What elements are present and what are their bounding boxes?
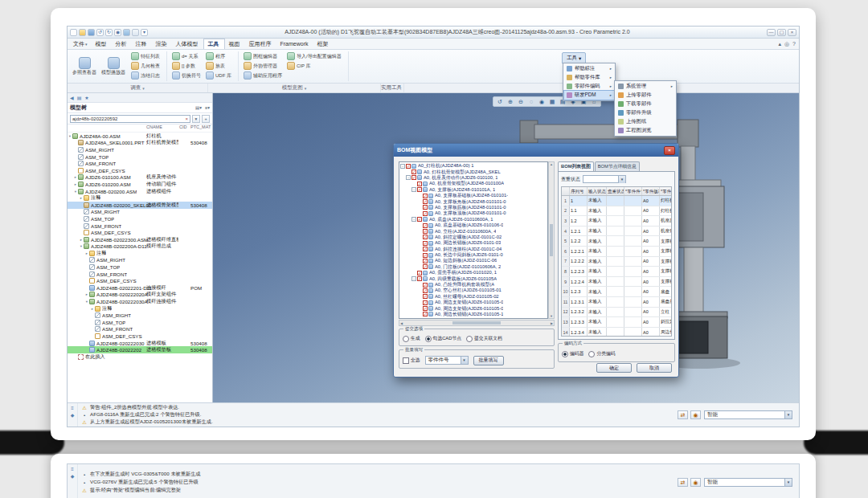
checked-checkbox-icon[interactable]: [423, 199, 428, 204]
checked-checkbox-icon[interactable]: [423, 288, 428, 293]
ribbon-group-label[interactable]: 模型意图 ▾: [208, 84, 381, 92]
table-header-cell[interactable]: *零件版本: [642, 187, 660, 195]
ribbon-button[interactable]: 族表: [204, 61, 233, 71]
ribbon-group-label[interactable]: 调查 ▾: [68, 84, 208, 92]
table-header-cell[interactable]: 输入状态: [588, 187, 607, 195]
ribbon-tab[interactable]: 应用程序: [245, 39, 276, 49]
menu-item[interactable]: 帮助标注 ▸: [564, 64, 614, 73]
tree-row[interactable]: ASM_DEF_CSYS: [68, 167, 212, 174]
search-input[interactable]: [72, 116, 183, 121]
tree-row[interactable]: ASM_RIGHT: [68, 312, 212, 319]
radio-option[interactable]: 分类编码: [588, 350, 615, 357]
ribbon-button[interactable]: 辅助应用程序: [242, 71, 284, 80]
submenu-item[interactable]: 下载零部件: [616, 100, 675, 108]
ribbon-tab[interactable]: 人体模型: [172, 39, 203, 49]
dialog-tab[interactable]: BOM列表视图: [558, 161, 594, 171]
submenu-item[interactable]: 上传零部件: [616, 91, 675, 100]
tree-row[interactable]: ▸ AJDZ6-010200.ASM 传动箱门组件: [68, 181, 212, 188]
selection-filter-combo[interactable]: 智能 ▼: [704, 478, 792, 487]
table-header-cell[interactable]: [562, 187, 570, 195]
tree-row[interactable]: ▾ AJDZ48B-020200.ASM 进格模组件: [68, 188, 212, 195]
tree-row[interactable]: AJDZ48B-020200_SKEL0001 进格模骨架模型 530408: [68, 202, 212, 209]
prev-next-icon[interactable]: ⇄: [678, 478, 688, 487]
menu-item[interactable]: 帮助零件库 ▸: [564, 73, 614, 82]
checked-checkbox-icon[interactable]: [423, 253, 428, 258]
tree-row[interactable]: ASM_FRONT: [68, 222, 212, 230]
nav-back-icon[interactable]: ◀: [70, 95, 74, 100]
duplicate-status-combo[interactable]: ▼: [583, 175, 626, 183]
ribbon-tab[interactable]: 工具: [203, 39, 225, 49]
table-header-cell[interactable]: 查重状态: [607, 187, 624, 195]
checked-checkbox-icon[interactable]: [423, 235, 428, 239]
scroll-up-icon[interactable]: ▲: [550, 162, 553, 166]
new-file-icon[interactable]: [70, 29, 77, 36]
expand-collapse-icon[interactable]: -: [400, 164, 405, 169]
ribbon-button[interactable]: 图框编辑器: [242, 51, 284, 61]
机座骨架模型[interactable]: 4 1.2.1 未输入 A0 机座骨架模型 AJDZ4: [562, 227, 671, 237]
menu-item[interactable]: 零部件编码 ▸: [564, 82, 614, 91]
tree-row[interactable]: ASM_RIGHT: [68, 146, 212, 153]
ribbon-tab[interactable]: 模型: [92, 39, 112, 49]
zoom-in-icon[interactable]: ⊕: [506, 98, 515, 105]
tree-row[interactable]: ASM_TOP: [68, 215, 212, 222]
tree-row[interactable]: ASM_FRONT: [68, 271, 212, 278]
redo-icon[interactable]: ↻: [105, 29, 113, 36]
支撑板角板[interactable]: 7 1.2.2.2 未输入 A0 支撑板角板 AJDZ4: [562, 257, 671, 267]
mail-icon[interactable]: [132, 29, 139, 36]
find-icon[interactable]: ◉: [690, 478, 701, 487]
clear-search-icon[interactable]: ×: [185, 116, 188, 121]
ribbon-button[interactable]: [] 参数: [170, 61, 203, 71]
tree-row[interactable]: 在此插入: [68, 353, 212, 361]
斜拉定螺板[interactable]: 13 1.2.3.3 未输入 A0 斜拉定螺板 AJDZ-C: [562, 317, 671, 328]
底盘基础板[interactable]: 11 1.2.3.1 未输入 A0 底盘基础板 AJDZ6-: [562, 297, 671, 308]
radio-option[interactable]: 生成: [403, 335, 420, 342]
ribbon-button[interactable]: CIP 库: [285, 61, 343, 71]
checked-checkbox-icon[interactable]: [417, 217, 422, 222]
tree-horizontal-scrollbar[interactable]: ◀▶: [399, 320, 555, 326]
ribbon-tab[interactable]: 文件 ▾: [69, 39, 92, 49]
minimize-button[interactable]: —: [767, 29, 776, 36]
scrollbar-thumb[interactable]: [452, 321, 501, 325]
tree-settings-icon[interactable]: ▤▾: [195, 105, 202, 110]
message-log-icon[interactable]: ≡: [71, 467, 74, 471]
scroll-down-icon[interactable]: ▼: [550, 314, 553, 318]
tree-row[interactable]: ▸ AJDZ48B-02022300.ASM 进格模纤维直板: [68, 236, 212, 243]
ribbon-tab[interactable]: 注释: [132, 39, 152, 49]
checked-checkbox-icon[interactable]: [423, 264, 428, 269]
expand-collapse-icon[interactable]: -: [406, 175, 411, 180]
scroll-left-icon[interactable]: ◀: [400, 321, 403, 325]
find-icon[interactable]: ◉: [690, 410, 701, 419]
checked-checkbox-icon[interactable]: [423, 205, 428, 210]
command-search-icon[interactable]: ◎: [784, 41, 789, 47]
tree-row[interactable]: ASM_DEF_CSYS: [68, 229, 212, 236]
dialog-tab[interactable]: BOM节点详细信息: [595, 161, 640, 171]
cancel-button[interactable]: 取消: [637, 363, 672, 373]
annotation-flag-icon[interactable]: ◆: [71, 412, 75, 418]
close-button[interactable]: ×: [788, 29, 796, 36]
annotation-flag-icon[interactable]: ◆: [71, 473, 75, 479]
batch-fill-button[interactable]: 批量填写: [473, 356, 504, 365]
datum-display-icon[interactable]: ▦: [547, 98, 557, 105]
folder-browser-icon[interactable]: ▤: [77, 95, 82, 100]
scrollbar-thumb[interactable]: [550, 224, 553, 256]
minimize-ribbon-icon[interactable]: ▴: [778, 41, 781, 47]
checked-checkbox-icon[interactable]: [423, 312, 428, 316]
open-icon[interactable]: [79, 29, 86, 36]
checked-checkbox-icon[interactable]: [417, 187, 422, 192]
tree-row[interactable]: ▸ 注释: [68, 305, 212, 312]
tree-row[interactable]: AJDZ48B-02022201-D11 连接模纤 POM: [68, 284, 212, 292]
refit-icon[interactable]: ↺: [495, 98, 505, 105]
select-all-checkbox[interactable]: 全选: [403, 357, 420, 364]
checked-checkbox-icon[interactable]: [423, 259, 428, 263]
灯柱机骨架...[interactable]: 2 1.1 未输入 A0 灯柱机骨架... AJDZ4: [562, 206, 671, 217]
checked-checkbox-icon[interactable]: [423, 194, 428, 198]
ok-button[interactable]: 确定: [596, 363, 632, 373]
ribbon-button[interactable]: 程序: [204, 51, 233, 61]
maximize-button[interactable]: ▢: [777, 29, 786, 36]
table-header-cell[interactable]: 序列号: [570, 187, 588, 195]
tree-row[interactable]: ASM_DEF_CSYS: [68, 277, 212, 284]
ribbon-button[interactable]: UDF 库: [204, 71, 233, 80]
ribbon-tab[interactable]: 框架: [313, 39, 334, 49]
ribbon-button[interactable]: d= 关系: [170, 51, 203, 61]
batch-field-combo[interactable]: 零件件号 ▼: [425, 356, 469, 365]
